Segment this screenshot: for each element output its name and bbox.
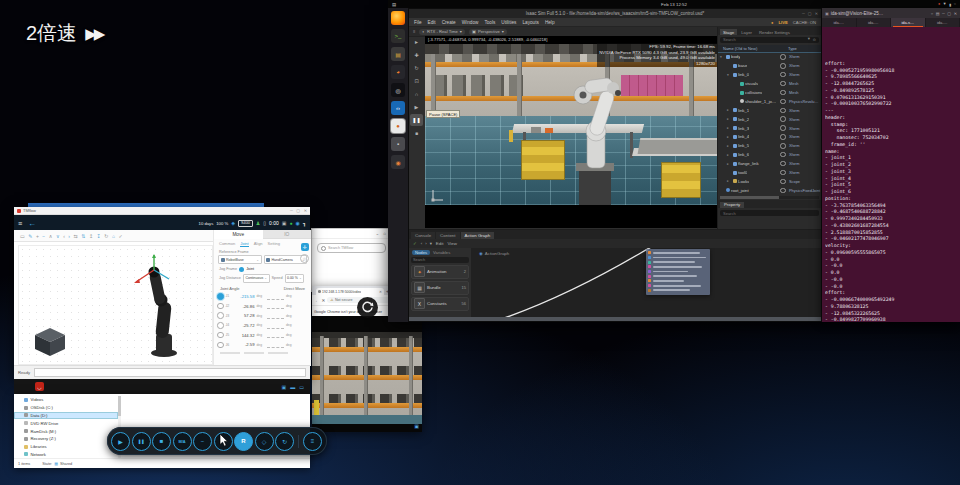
stage-tree-row[interactable]: ▸ link_4 Xform [718,133,821,142]
terminal-tab[interactable]: ida-s… [891,18,926,27]
expander-icon[interactable]: ▾ [727,73,731,77]
visibility-eye-icon[interactable] [780,170,786,176]
joint-radio[interactable] [217,342,224,349]
window-control-button[interactable]: ▢ [947,11,951,16]
tree-item[interactable]: RamDisk (M:) [14,427,118,435]
menu-button[interactable]: ≡ [303,432,322,451]
visibility-eye-icon[interactable] [780,99,786,105]
toolbar-icon[interactable]: ↻ [104,233,108,239]
window-control-button[interactable]: ✕ [815,11,818,16]
check-icon[interactable]: ✓ [413,241,417,246]
subtab[interactable]: Common [219,241,235,247]
subtab[interactable]: Joint [240,241,248,247]
rotate-tool-icon[interactable]: ↻ [410,62,423,74]
stage-tree-row[interactable]: ▸ link_5 Xform [718,141,821,150]
window-control-button[interactable]: ─ [802,11,805,16]
jog-distance-select[interactable]: Continuous⌄ [243,274,270,283]
stage-tree-row[interactable]: ▸ link_3 Xform [718,124,821,133]
back-button[interactable]: ← [315,298,320,303]
loop-button[interactable]: ↻ [275,432,294,451]
toolbar-icon[interactable]: ↧ [97,233,101,239]
direct-move-input[interactable] [267,332,284,339]
stage-tree-row[interactable]: ▸ link_2 Xform [718,115,821,124]
menu-item[interactable]: Layouts [522,20,538,25]
panel-icon[interactable]: ▭ [299,384,304,390]
joint-radio[interactable] [217,322,224,329]
terminal-tab[interactable]: ida-… [926,18,960,27]
stage-tree-row[interactable]: ▾ link_0 Xform [718,70,821,79]
direct-move-input[interactable] [267,322,284,329]
manual-auto-button[interactable]: M/A [173,432,192,451]
tree-item[interactable]: Videos [14,396,118,404]
nav-icon[interactable]: ‹ [421,241,422,246]
toolbar-icon[interactable]: ✎ [28,233,32,239]
play-button[interactable]: ▶ [410,101,423,113]
visibility-eye-icon[interactable] [780,152,786,158]
expander-icon[interactable]: ▸ [727,108,731,112]
stop-button[interactable]: ■ [410,127,423,139]
stage-tree-row[interactable]: ▸ link_6 Xform [718,150,821,159]
stage-tab[interactable]: Layer [738,29,755,35]
camera-select[interactable]: ▣ Perspective ▾ [469,29,507,35]
visibility-eye-icon[interactable] [780,161,786,167]
window-control-button[interactable]: ✕ [954,11,957,16]
base-frame-select[interactable]: RobotBase ⌄ [218,255,262,264]
tab-move[interactable]: Move [214,230,263,239]
tree-item[interactable]: Libraries [14,443,118,451]
software-center-icon[interactable]: ◉ [391,155,405,169]
joint-radio[interactable] [217,293,224,300]
stage-search-input[interactable]: Search ▼⊙ [720,37,819,44]
toolbar-icon[interactable]: + [36,233,39,239]
nav-icon[interactable]: ▾ [430,241,432,246]
toolbar-icon[interactable]: › [68,233,70,239]
fullscreen-icon[interactable]: ▣ [414,423,419,429]
workspace-icon[interactable]: ▤ [392,2,396,7]
window-control-button[interactable]: ✕ [304,208,307,213]
pause-button[interactable]: ❚❚ [410,114,423,126]
view-menu[interactable]: View [447,241,456,246]
scale-tool-icon[interactable]: ⊡ [410,75,423,87]
record-indicator-icon[interactable]: ● [938,2,940,6]
window-control-button[interactable]: ─ [942,11,945,16]
visibility-eye-icon[interactable] [780,116,786,122]
toolbar-icon[interactable]: ↥ [89,233,93,239]
files-app-icon[interactable]: ▤ [391,47,405,61]
close-tab-icon[interactable]: ✕ [379,290,382,294]
stage-tree-row[interactable]: base Xform [718,61,821,70]
toolbar-icon[interactable]: ⇆ [73,233,77,239]
tm-logo-icon[interactable]: ◡ [35,382,44,391]
browser-tab[interactable]: 192.168.1.178:5000/video ✕ [316,288,384,295]
power-icon[interactable]: ○ [954,2,956,6]
select-tool-icon[interactable]: ► [410,36,423,48]
node-search-input[interactable]: Search [411,257,469,263]
toolbar-icon[interactable]: ‹ [63,233,65,239]
toolbar-icon[interactable]: ⇅ [81,233,85,239]
menu-item[interactable]: Window [462,20,479,25]
node-category[interactable]: ▦ Bundle 15 [411,281,469,296]
menu-item[interactable]: Edit [428,20,436,25]
robot-3d-view[interactable] [18,245,213,365]
stage-tree-row[interactable]: tool0 Xform [718,168,821,177]
stop-button[interactable]: ■ [152,432,171,451]
window-control-button[interactable]: ─ [290,208,293,213]
stage-tree-row[interactable]: shoulder_1_jo… PhysicsRevolu… [718,97,821,106]
cache-badge[interactable]: CACHE: ON [793,20,816,25]
menu-item[interactable]: Create [442,20,456,25]
app-icon[interactable]: ▪ [391,137,405,151]
filter-icon[interactable]: ▼ [807,37,811,42]
subtab[interactable]: Setting [268,241,280,247]
toolbar-icon[interactable]: − [42,233,45,239]
blender-icon[interactable]: ◕ [391,65,405,79]
expander-icon[interactable]: ▸ [727,144,731,148]
menu-icon[interactable]: ≡ [18,220,22,227]
tree-item[interactable]: OSDisk (C:) [14,404,118,412]
jog-frame-toggle[interactable] [239,267,244,272]
isaac-sim-icon[interactable]: ● [391,119,405,133]
play-button[interactable]: ▶ [111,432,130,451]
joint-row[interactable]: J4 -25.72 deg deg [214,321,311,331]
stage-tree-row[interactable]: collisions Mesh [718,88,821,97]
stage-tree-row[interactable]: ▸ Looks Scope [718,177,821,186]
pause-button[interactable]: ❚❚ [132,432,151,451]
node-category[interactable]: X Constants 56 [411,297,469,312]
terminal-app-icon[interactable]: >_ [391,29,405,43]
